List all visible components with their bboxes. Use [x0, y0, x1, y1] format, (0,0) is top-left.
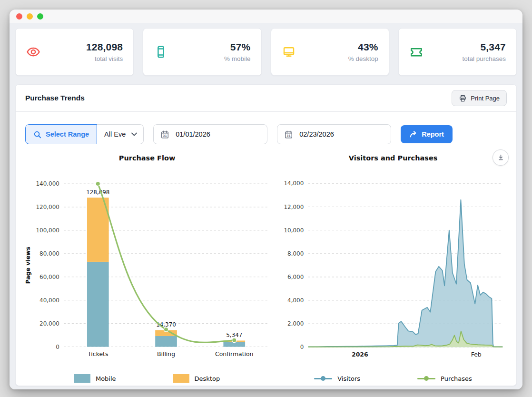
stat-card-percent-mobile: 57% % mobile: [143, 28, 261, 76]
svg-text:0: 0: [300, 344, 304, 350]
total-visits-value: 128,098: [86, 41, 123, 53]
date-to-input[interactable]: [298, 130, 357, 139]
svg-text:60,000: 60,000: [39, 274, 59, 280]
charts-row: Purchase Flow 020,00040,00060,00080,0001…: [16, 150, 516, 386]
download-chart-button[interactable]: [493, 149, 509, 166]
purchases-legend-label: Purchases: [441, 375, 472, 382]
calendar-icon: 31: [160, 130, 169, 139]
purchases-marker: [417, 375, 435, 382]
date-from-field[interactable]: 31: [153, 124, 267, 144]
svg-text:Billing: Billing: [157, 350, 175, 357]
svg-text:2,000: 2,000: [287, 320, 304, 327]
purchase-flow-legend: Mobile Desktop: [22, 371, 272, 386]
svg-text:0: 0: [56, 344, 59, 350]
svg-text:20,000: 20,000: [39, 320, 59, 327]
total-purchases-label: total purchases: [462, 55, 506, 62]
calendar-icon: 31: [284, 130, 293, 139]
svg-text:120,000: 120,000: [36, 204, 59, 210]
svg-text:128,098: 128,098: [86, 189, 109, 196]
percent-mobile-label: % mobile: [224, 55, 251, 62]
purchase-flow-title: Purchase Flow: [119, 154, 176, 162]
mobile-icon: [154, 45, 168, 59]
ticket-icon: [409, 45, 424, 59]
visitors-purchases-chart: 02,0004,0006,0008,00010,00012,00014,0002…: [276, 164, 510, 371]
stats-row: 128,098 total visits 57% % mobile: [15, 28, 517, 76]
percent-desktop-value: 43%: [348, 41, 378, 53]
svg-text:Page views: Page views: [24, 247, 31, 284]
svg-text:31: 31: [287, 134, 291, 137]
range-filter-group: Select Range All Eve: [25, 124, 144, 144]
svg-text:12,000: 12,000: [284, 204, 304, 210]
svg-text:5,347: 5,347: [226, 332, 242, 338]
svg-text:4,000: 4,000: [287, 297, 304, 304]
eye-icon: [26, 45, 40, 59]
stat-card-total-visits: 128,098 total visits: [15, 28, 134, 76]
desktop-swatch: [173, 374, 189, 383]
stat-card-percent-desktop: 43% % desktop: [271, 28, 389, 76]
mobile-swatch: [74, 374, 90, 383]
visitors-purchases-legend: Visitors Purchases: [276, 371, 510, 386]
dashboard-content: 128,098 total visits 57% % mobile: [10, 23, 522, 389]
date-from-input[interactable]: [175, 130, 234, 139]
visitors-legend-label: Visitors: [337, 375, 360, 382]
purchase-flow-chart-container: Purchase Flow 020,00040,00060,00080,0001…: [22, 152, 272, 386]
legend-item-mobile: Mobile: [74, 374, 116, 383]
visitors-purchases-chart-container: Visitors and Purchases 02,0004,0006,0008…: [276, 152, 510, 386]
filters-row: Select Range All Eve: [25, 124, 507, 144]
legend-item-purchases: Purchases: [417, 375, 472, 382]
report-button[interactable]: Report: [401, 125, 453, 143]
desktop-legend-label: Desktop: [195, 375, 220, 382]
purchase-flow-chart: 020,00040,00060,00080,000100,000120,0001…: [22, 164, 272, 371]
select-range-label: Select Range: [46, 130, 89, 138]
visitors-marker: [314, 375, 332, 382]
share-arrow-icon: [409, 130, 417, 138]
app-window: 128,098 total visits 57% % mobile: [10, 10, 522, 389]
desktop-icon: [282, 45, 296, 59]
svg-text:6,000: 6,000: [287, 274, 304, 280]
print-page-label: Print Page: [471, 95, 500, 102]
percent-desktop-label: % desktop: [348, 55, 378, 62]
percent-mobile-value: 57%: [224, 41, 251, 53]
svg-text:8,000: 8,000: [287, 250, 304, 257]
printer-icon: [459, 94, 467, 102]
legend-item-desktop: Desktop: [173, 374, 220, 383]
svg-text:Tickets: Tickets: [87, 350, 108, 357]
svg-text:Feb: Feb: [471, 351, 482, 358]
window-titlebar: [10, 10, 522, 23]
maximize-window-button[interactable]: [37, 13, 43, 20]
total-purchases-value: 5,347: [462, 41, 506, 53]
minimize-window-button[interactable]: [27, 13, 33, 20]
close-window-button[interactable]: [16, 13, 22, 20]
select-range-button[interactable]: Select Range: [25, 124, 97, 144]
svg-text:140,000: 140,000: [36, 180, 59, 187]
report-label: Report: [422, 130, 444, 138]
svg-text:40,000: 40,000: [39, 297, 59, 304]
svg-text:2026: 2026: [352, 351, 368, 358]
search-icon: [33, 130, 41, 139]
panel-header: Purchase Trends Print Page: [16, 85, 516, 112]
date-to-field[interactable]: 31: [277, 124, 391, 144]
svg-text:Confirmation: Confirmation: [215, 350, 253, 357]
total-visits-label: total visits: [86, 55, 123, 62]
svg-text:10,000: 10,000: [284, 227, 304, 234]
svg-text:14,000: 14,000: [284, 180, 304, 187]
panel-title: Purchase Trends: [25, 94, 85, 102]
event-filter-dropdown[interactable]: All Eve: [97, 124, 144, 144]
purchase-trends-panel: Purchase Trends Print Page: [15, 84, 517, 386]
visitors-purchases-title: Visitors and Purchases: [349, 154, 438, 162]
event-filter-value: All Eve: [104, 130, 126, 138]
download-icon: [496, 153, 505, 162]
stat-card-total-purchases: 5,347 total purchases: [398, 28, 517, 76]
svg-text:100,000: 100,000: [36, 227, 59, 234]
mobile-legend-label: Mobile: [96, 375, 116, 382]
chevron-down-icon: [131, 132, 137, 136]
legend-item-visitors: Visitors: [314, 375, 360, 382]
svg-text:31: 31: [163, 134, 167, 137]
svg-text:80,000: 80,000: [39, 250, 59, 257]
desktop-background: 128,098 total visits 57% % mobile: [0, 0, 532, 397]
print-page-button[interactable]: Print Page: [452, 90, 507, 106]
